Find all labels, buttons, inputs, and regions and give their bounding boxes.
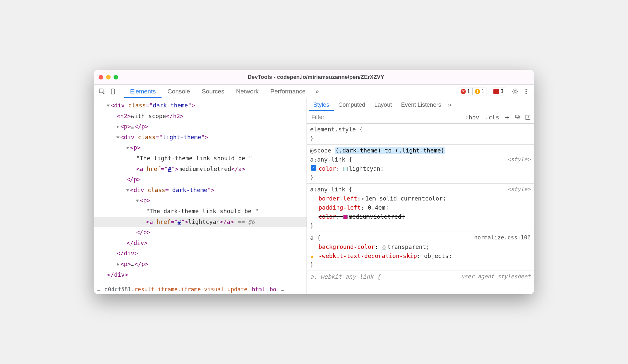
dom-node[interactable]: <a href="#">lightcyan</a> == $0 (94, 217, 307, 227)
main-toolbar: Elements Console Sources Network Perform… (94, 85, 534, 98)
more-tabs-icon[interactable]: » (313, 88, 321, 95)
toggle-icon[interactable] (117, 263, 119, 266)
dom-node[interactable]: <a href="#">mediumvioletred</a> (94, 164, 307, 175)
elements-pane: <div class="dark-theme"><h2>with scope</… (94, 98, 307, 294)
dom-node[interactable]: <div class="dark-theme"> (94, 185, 307, 196)
svg-point-3 (525, 89, 527, 90)
devtools-window: DevTools - codepen.io/miriamsuzanne/pen/… (94, 70, 534, 294)
traffic-lights (99, 75, 118, 79)
toggle-icon[interactable] (126, 147, 129, 149)
dom-node[interactable]: <p> (94, 142, 307, 153)
style-rule[interactable]: element.style { } (307, 124, 534, 145)
minimize-window[interactable] (106, 75, 111, 79)
dom-node[interactable]: </p> (94, 227, 307, 238)
tab-elements[interactable]: Elements (124, 85, 162, 98)
close-window[interactable] (99, 75, 103, 79)
style-rule[interactable]: @scope (.dark-theme) to (.light-theme) <… (307, 145, 534, 184)
expand-icon[interactable] (362, 198, 364, 200)
warning-badge: !1 (472, 88, 487, 95)
style-rule[interactable]: user agent stylesheeta:-webkit-any-link … (307, 271, 534, 283)
color-swatch[interactable] (343, 167, 348, 171)
subtab-layout[interactable]: Layout (370, 99, 396, 111)
dom-node[interactable]: </p> (94, 174, 307, 185)
gear-icon[interactable] (511, 87, 520, 96)
hov-button[interactable]: :hov (464, 114, 480, 121)
dom-node[interactable]: </div> (94, 238, 307, 249)
toggle-icon[interactable] (116, 136, 120, 139)
message-icon (493, 89, 499, 94)
device-icon[interactable] (108, 87, 117, 96)
error-icon: ✕ (461, 89, 466, 94)
tab-console[interactable]: Console (162, 85, 196, 98)
warning-icon: ! (475, 89, 480, 94)
titlebar: DevTools - codepen.io/miriamsuzanne/pen/… (94, 70, 534, 85)
toggle-pane-icon[interactable] (524, 114, 531, 121)
inspect-icon[interactable] (97, 87, 106, 96)
message-badge[interactable]: 3 (491, 88, 506, 95)
dom-node[interactable]: <p> (94, 195, 307, 206)
issue-badges[interactable]: ✕1 !1 (458, 88, 487, 95)
dom-node[interactable]: <div class="light-theme"> (94, 132, 307, 143)
cls-button[interactable]: .cls (484, 114, 500, 121)
content-area: <div class="dark-theme"><h2>with scope</… (94, 98, 534, 294)
source-link: user agent stylesheet (461, 272, 531, 281)
dom-node[interactable]: </div> (94, 248, 307, 259)
warning-icon: ▲ (311, 253, 313, 260)
main-tabs: Elements Console Sources Network Perform… (124, 85, 311, 98)
color-swatch[interactable] (382, 245, 386, 249)
dom-tree[interactable]: <div class="dark-theme"><h2>with scope</… (94, 98, 307, 284)
toggle-icon[interactable] (107, 105, 110, 107)
styles-list[interactable]: element.style { } @scope (.dark-theme) t… (307, 124, 534, 294)
source-link[interactable]: <style> (507, 155, 531, 164)
svg-rect-1 (111, 89, 115, 94)
tab-performance[interactable]: Performance (264, 85, 311, 98)
svg-point-5 (525, 93, 527, 94)
source-link[interactable]: normalize.css:106 (474, 233, 531, 242)
styles-pane: Styles Computed Layout Event Listeners »… (307, 98, 534, 294)
subtab-event-listeners[interactable]: Event Listeners (396, 99, 446, 111)
maximize-window[interactable] (114, 75, 118, 79)
dom-node[interactable]: "The light-theme link should be " (94, 153, 307, 164)
property-checkbox[interactable] (311, 165, 316, 171)
subtab-computed[interactable]: Computed (334, 99, 370, 111)
toggle-icon[interactable] (136, 200, 139, 202)
subtab-styles[interactable]: Styles (309, 99, 334, 111)
paint-icon[interactable] (514, 114, 521, 121)
style-rule[interactable]: <style>a:any-link { border-left:1em soli… (307, 184, 534, 232)
window-title: DevTools - codepen.io/miriamsuzanne/pen/… (118, 74, 514, 80)
dom-node[interactable]: <div class="dark-theme"> (94, 100, 307, 111)
error-badge: ✕1 (458, 88, 472, 95)
dom-node[interactable]: <h2>with scope</h2> (94, 111, 307, 122)
styles-filter-input[interactable] (309, 113, 461, 122)
svg-point-2 (514, 91, 516, 92)
kebab-icon[interactable] (522, 87, 531, 96)
dom-node[interactable]: <p>…</p> (94, 121, 307, 132)
svg-rect-6 (515, 115, 518, 118)
source-link[interactable]: <style> (507, 185, 531, 193)
color-swatch[interactable] (343, 215, 348, 219)
svg-point-4 (525, 91, 527, 92)
more-subtabs-icon[interactable]: » (446, 101, 453, 108)
style-rule[interactable]: normalize.css:106a { background-color: t… (307, 232, 534, 271)
breadcrumb[interactable]: … d04cf581.result-iframe.iframe-visual-u… (94, 284, 307, 294)
dom-node[interactable]: </div> (94, 270, 307, 280)
new-rule-button[interactable]: + (504, 113, 511, 121)
tab-network[interactable]: Network (230, 85, 265, 98)
toggle-icon[interactable] (126, 189, 129, 191)
dom-node[interactable]: "The dark-theme link should be " (94, 206, 307, 217)
dom-node[interactable]: <p>…</p> (94, 259, 307, 270)
styles-filter-bar: :hov .cls + (307, 111, 534, 124)
toggle-icon[interactable] (117, 125, 119, 128)
tab-sources[interactable]: Sources (196, 85, 230, 98)
styles-subtabs: Styles Computed Layout Event Listeners » (307, 98, 534, 111)
